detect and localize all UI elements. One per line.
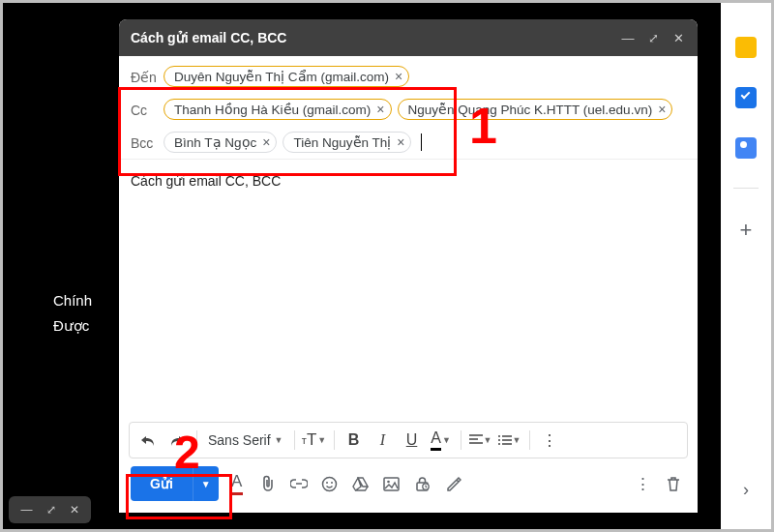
recipient-chip[interactable]: Duyên Nguyễn Thị Cẩm (gmail.com)×: [164, 66, 409, 87]
expand-icon[interactable]: ⤢: [46, 503, 56, 517]
align-button[interactable]: ▼: [468, 426, 493, 455]
svg-point-7: [387, 480, 390, 483]
message-body[interactable]: [119, 202, 698, 422]
close-icon[interactable]: ✕: [70, 503, 79, 517]
discard-icon[interactable]: [661, 470, 686, 497]
svg-point-1: [498, 439, 500, 441]
compose-title: Cách gửi email CC, BCC: [131, 30, 610, 45]
text-color-button[interactable]: A▼: [429, 426, 454, 455]
collapse-panel-icon[interactable]: ›: [743, 480, 749, 500]
font-size-button[interactable]: тT▼: [302, 426, 327, 455]
confidential-icon[interactable]: [410, 470, 435, 497]
annotation-number-1: 1: [469, 97, 497, 155]
formatting-toolbar: Sans Serif▼ тT▼ B I U A▼ ▼ ▼ ⋮: [129, 422, 688, 458]
list-button[interactable]: ▼: [497, 426, 522, 455]
right-side-panel: + ›: [721, 3, 771, 529]
attach-icon[interactable]: [255, 470, 281, 497]
drive-icon[interactable]: [348, 470, 373, 497]
svg-point-0: [498, 435, 500, 437]
minimize-icon[interactable]: —: [21, 503, 33, 517]
compose-titlebar: Cách gửi email CC, BCC — ⤢ ✕: [119, 19, 698, 56]
keep-icon[interactable]: [735, 37, 757, 58]
minimize-icon[interactable]: —: [620, 31, 636, 45]
remove-chip-icon[interactable]: ×: [658, 102, 666, 117]
underline-button[interactable]: U: [400, 426, 425, 455]
to-label: Đến: [131, 66, 164, 85]
annotation-number-2: 2: [174, 426, 200, 479]
svg-point-4: [326, 482, 328, 484]
svg-point-3: [323, 477, 337, 490]
minimized-window-bar[interactable]: — ⤢ ✕: [9, 496, 91, 523]
svg-point-2: [498, 443, 500, 445]
italic-button[interactable]: I: [371, 426, 396, 455]
annotation-box-2: [126, 474, 232, 519]
more-options-icon[interactable]: ⋮: [630, 470, 655, 497]
close-icon[interactable]: ✕: [670, 31, 686, 45]
bold-button[interactable]: B: [342, 426, 367, 455]
svg-rect-6: [384, 478, 399, 490]
remove-chip-icon[interactable]: ×: [395, 69, 402, 84]
background-labels: Chính Được: [53, 288, 92, 339]
emoji-icon[interactable]: [317, 470, 342, 497]
svg-point-5: [331, 482, 333, 484]
signature-icon[interactable]: [441, 470, 466, 497]
insert-image-icon[interactable]: [379, 470, 404, 497]
more-formatting-button[interactable]: ⋮: [537, 426, 562, 455]
undo-button[interactable]: [135, 426, 161, 455]
link-icon[interactable]: [286, 470, 312, 497]
contacts-icon[interactable]: [735, 137, 757, 159]
fullscreen-icon[interactable]: ⤢: [645, 31, 661, 45]
tasks-icon[interactable]: [735, 87, 757, 108]
annotation-box-1: [118, 87, 457, 176]
font-family-dropdown[interactable]: Sans Serif▼: [204, 432, 287, 448]
addons-plus-icon[interactable]: +: [740, 218, 753, 243]
